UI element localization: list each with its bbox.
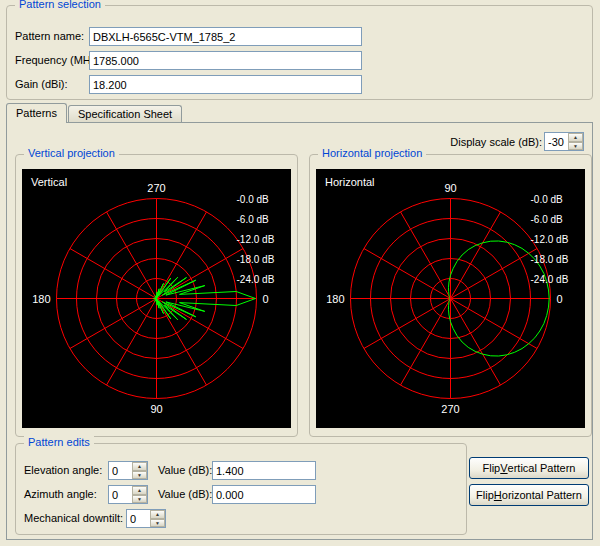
svg-text:0: 0 — [263, 293, 269, 305]
svg-text:-18.0 dB: -18.0 dB — [237, 254, 275, 265]
display-scale-label: Display scale (dB): — [450, 136, 542, 149]
svg-text:0: 0 — [557, 293, 563, 305]
flip-horizontal-pattern-button[interactable]: Flip Horizontal Pattern — [469, 484, 589, 506]
pattern-name-label: Pattern name: — [15, 30, 84, 43]
gain-input[interactable] — [89, 75, 362, 94]
azimuth-angle-spinner[interactable]: ▲ ▼ — [108, 485, 148, 504]
pattern-selection-group: Pattern selection Pattern name: Frequenc… — [6, 5, 593, 100]
pattern-edits-group: Pattern edits Elevation angle: ▲ ▼ Value… — [15, 443, 467, 535]
frequency-input[interactable] — [89, 51, 362, 70]
svg-text:Vertical: Vertical — [31, 176, 67, 188]
azimuth-value-input[interactable] — [212, 485, 316, 504]
spin-down-icon[interactable]: ▼ — [132, 495, 147, 504]
svg-text:-12.0 dB: -12.0 dB — [237, 234, 275, 245]
display-scale-spinner[interactable]: ▲ ▼ — [544, 132, 584, 151]
spin-up-icon[interactable]: ▲ — [568, 133, 583, 142]
pattern-name-input[interactable] — [89, 27, 362, 46]
pattern-selection-title: Pattern selection — [15, 0, 105, 10]
svg-text:Horizontal: Horizontal — [325, 176, 375, 188]
spin-up-icon[interactable]: ▲ — [150, 510, 165, 519]
elevation-angle-input[interactable] — [109, 462, 132, 479]
azimuth-angle-input[interactable] — [109, 486, 132, 503]
svg-text:90: 90 — [150, 403, 162, 415]
display-scale-input[interactable] — [545, 133, 568, 150]
azimuth-angle-label: Azimuth angle: — [24, 488, 97, 501]
tab-strip: Patterns Specification Sheet — [6, 103, 183, 123]
svg-text:270: 270 — [441, 403, 459, 415]
spin-up-icon[interactable]: ▲ — [132, 486, 147, 495]
svg-text:-18.0 dB: -18.0 dB — [531, 254, 569, 265]
spin-down-icon[interactable]: ▼ — [150, 519, 165, 528]
svg-text:-6.0 dB: -6.0 dB — [531, 214, 564, 225]
horizontal-pattern-chart: -0.0 dB-6.0 dB-12.0 dB-18.0 dB-24.0 dB90… — [316, 169, 585, 428]
svg-text:90: 90 — [444, 182, 456, 194]
elevation-value-label: Value (dB): — [158, 464, 212, 477]
vertical-chart-area: -0.0 dB-6.0 dB-12.0 dB-18.0 dB-24.0 dB27… — [22, 169, 291, 428]
svg-text:-0.0 dB: -0.0 dB — [531, 194, 564, 205]
pattern-editor-window: { "pattern_selection": { "title": "Patte… — [0, 0, 600, 546]
spin-down-icon[interactable]: ▼ — [568, 142, 583, 151]
flip-vertical-pattern-button[interactable]: Flip Vertical Pattern — [469, 457, 589, 479]
svg-text:-24.0 dB: -24.0 dB — [237, 274, 275, 285]
mechanical-downtilt-spinner[interactable]: ▲ ▼ — [126, 509, 166, 528]
mechanical-downtilt-label: Mechanical downtilt: — [24, 512, 123, 525]
tab-patterns[interactable]: Patterns — [6, 103, 67, 123]
svg-text:-6.0 dB: -6.0 dB — [237, 214, 270, 225]
mechanical-downtilt-input[interactable] — [127, 510, 150, 527]
elevation-angle-label: Elevation angle: — [24, 464, 102, 477]
vertical-projection-title: Vertical projection — [24, 147, 119, 159]
svg-text:-0.0 dB: -0.0 dB — [237, 194, 270, 205]
horizontal-projection-title: Horizontal projection — [318, 147, 426, 159]
elevation-value-input[interactable] — [212, 461, 316, 480]
azimuth-value-label: Value (dB): — [158, 488, 212, 501]
svg-text:-12.0 dB: -12.0 dB — [531, 234, 569, 245]
spin-down-icon[interactable]: ▼ — [132, 471, 147, 480]
elevation-angle-spinner[interactable]: ▲ ▼ — [108, 461, 148, 480]
horizontal-chart-area: -0.0 dB-6.0 dB-12.0 dB-18.0 dB-24.0 dB90… — [316, 169, 585, 428]
spin-up-icon[interactable]: ▲ — [132, 462, 147, 471]
horizontal-projection-group: Horizontal projection -0.0 dB-6.0 dB-12.… — [309, 154, 592, 437]
pattern-edits-title: Pattern edits — [24, 436, 94, 448]
gain-label: Gain (dBi): — [15, 78, 68, 91]
patterns-tab-panel: Display scale (dB): ▲ ▼ Vertical project… — [6, 122, 593, 540]
svg-text:270: 270 — [147, 182, 165, 194]
vertical-pattern-chart: -0.0 dB-6.0 dB-12.0 dB-18.0 dB-24.0 dB27… — [22, 169, 291, 428]
svg-text:-24.0 dB: -24.0 dB — [531, 274, 569, 285]
svg-text:180: 180 — [32, 293, 50, 305]
vertical-projection-group: Vertical projection -0.0 dB-6.0 dB-12.0 … — [15, 154, 298, 437]
tab-specification-sheet[interactable]: Specification Sheet — [68, 105, 182, 122]
svg-text:180: 180 — [326, 293, 344, 305]
